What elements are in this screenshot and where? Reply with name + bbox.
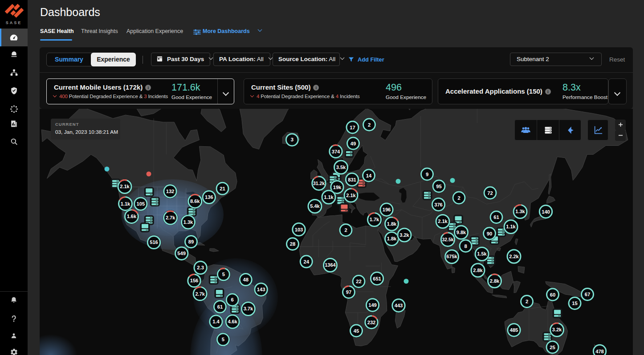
- svg-text:831: 831: [348, 177, 356, 182]
- svg-text:67: 67: [585, 292, 590, 297]
- svg-text:2.1k: 2.1k: [346, 193, 356, 198]
- svg-text:72: 72: [487, 190, 493, 196]
- svg-text:2.7k: 2.7k: [166, 215, 175, 220]
- svg-text:1.3k: 1.3k: [183, 219, 193, 225]
- svg-text:1.6k: 1.6k: [127, 214, 137, 219]
- svg-text:5: 5: [222, 272, 225, 277]
- svg-text:3: 3: [291, 137, 293, 142]
- svg-text:2.7k: 2.7k: [195, 291, 205, 297]
- svg-text:21: 21: [220, 186, 225, 191]
- svg-text:485: 485: [510, 327, 518, 333]
- svg-text:3.2k: 3.2k: [399, 232, 409, 238]
- svg-text:103: 103: [295, 227, 303, 232]
- svg-text:25: 25: [550, 345, 555, 350]
- svg-text:478: 478: [595, 349, 604, 354]
- svg-text:45: 45: [354, 328, 359, 334]
- svg-text:49: 49: [351, 141, 356, 146]
- svg-text:443: 443: [395, 303, 403, 308]
- svg-text:5.4k: 5.4k: [310, 203, 320, 209]
- svg-text:22: 22: [356, 279, 361, 284]
- svg-text:2: 2: [457, 195, 460, 201]
- svg-text:1.4: 1.4: [212, 319, 220, 324]
- svg-text:3.5k: 3.5k: [336, 165, 346, 170]
- svg-text:1.3k: 1.3k: [515, 209, 525, 214]
- svg-text:156: 156: [190, 278, 199, 283]
- svg-text:1364: 1364: [325, 262, 336, 268]
- svg-text:2: 2: [368, 122, 371, 128]
- svg-text:2.8k: 2.8k: [473, 268, 483, 273]
- svg-text:1.8k: 1.8k: [387, 236, 397, 241]
- svg-text:2.1k: 2.1k: [120, 184, 130, 189]
- svg-text:48: 48: [243, 277, 249, 282]
- svg-text:549: 549: [177, 251, 186, 256]
- svg-text:516: 516: [150, 239, 158, 245]
- svg-text:376: 376: [434, 202, 443, 207]
- svg-text:4.6k: 4.6k: [228, 319, 237, 324]
- svg-text:97: 97: [346, 289, 351, 295]
- svg-text:1.1k: 1.1k: [324, 194, 334, 200]
- svg-text:3.7k: 3.7k: [244, 306, 253, 311]
- svg-text:31.2k: 31.2k: [313, 181, 325, 186]
- svg-text:2.1k: 2.1k: [438, 219, 448, 224]
- svg-text:89: 89: [188, 239, 194, 244]
- svg-text:14: 14: [366, 173, 372, 178]
- svg-text:1.5k: 1.5k: [477, 251, 487, 256]
- svg-text:8: 8: [464, 244, 467, 249]
- svg-text:60: 60: [550, 292, 555, 297]
- svg-text:675k: 675k: [446, 254, 457, 259]
- svg-text:196: 196: [383, 207, 391, 212]
- svg-text:1.8k: 1.8k: [387, 221, 397, 227]
- svg-text:140: 140: [542, 209, 550, 215]
- svg-text:61: 61: [217, 304, 223, 310]
- svg-text:2.3: 2.3: [197, 265, 204, 270]
- svg-text:24: 24: [304, 259, 310, 264]
- svg-text:61: 61: [493, 215, 499, 220]
- svg-text:19k: 19k: [333, 185, 342, 190]
- svg-text:28: 28: [290, 241, 295, 247]
- svg-text:15: 15: [572, 301, 577, 306]
- svg-text:1.1k: 1.1k: [121, 201, 130, 206]
- svg-text:105: 105: [136, 201, 145, 206]
- svg-text:2: 2: [344, 227, 347, 233]
- svg-text:232: 232: [367, 320, 376, 325]
- svg-text:149: 149: [368, 302, 377, 308]
- svg-text:1.1k: 1.1k: [506, 224, 516, 229]
- svg-text:17: 17: [350, 125, 355, 130]
- svg-text:374: 374: [332, 149, 340, 154]
- svg-text:5: 5: [222, 337, 224, 342]
- svg-text:9.8k: 9.8k: [457, 230, 466, 235]
- svg-text:90: 90: [487, 231, 492, 236]
- svg-text:3.2k: 3.2k: [552, 327, 562, 332]
- svg-text:8.6k: 8.6k: [190, 198, 200, 204]
- svg-text:9: 9: [426, 172, 428, 177]
- svg-text:32.5k: 32.5k: [442, 237, 453, 242]
- svg-text:6: 6: [231, 297, 234, 302]
- svg-text:143: 143: [257, 287, 265, 292]
- svg-text:1.7k: 1.7k: [370, 217, 379, 222]
- svg-text:132: 132: [166, 189, 175, 194]
- svg-text:2.2k: 2.2k: [509, 254, 519, 259]
- svg-text:136: 136: [205, 194, 213, 200]
- svg-text:95: 95: [436, 184, 441, 189]
- svg-text:2.8k: 2.8k: [490, 278, 500, 284]
- svg-text:2: 2: [526, 299, 528, 304]
- svg-text:651: 651: [373, 276, 381, 281]
